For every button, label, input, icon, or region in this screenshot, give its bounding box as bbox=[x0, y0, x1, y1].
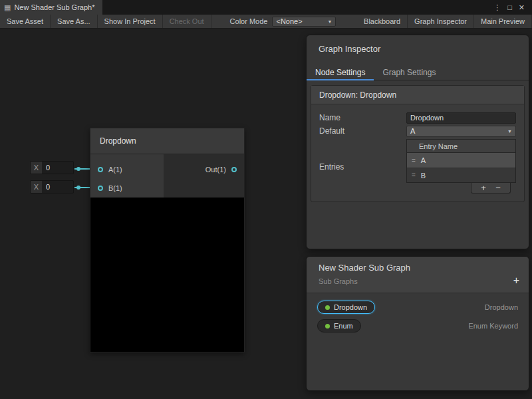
entry-row-a[interactable]: = A bbox=[407, 153, 515, 168]
port-label-out: Out(1) bbox=[205, 166, 226, 174]
remove-entry-button[interactable]: − bbox=[495, 184, 501, 192]
blackboard-toggle-button[interactable]: Blackboard bbox=[357, 15, 408, 28]
add-entry-button[interactable]: + bbox=[481, 184, 486, 192]
blackboard-panel[interactable]: New Shader Sub Graph Sub Graphs + Dropdo… bbox=[306, 256, 529, 391]
default-dropdown[interactable]: A ▼ bbox=[406, 126, 516, 137]
blackboard-body: Dropdown Dropdown Enum Enum Keyword bbox=[307, 293, 529, 344]
name-label: Name bbox=[319, 113, 406, 122]
dropdown-node[interactable]: Dropdown A(1) B(1) Out(1) bbox=[90, 128, 245, 352]
graph-inspector-header: Graph Inspector bbox=[307, 35, 529, 62]
entry-value: A bbox=[421, 156, 426, 164]
graph-canvas[interactable]: X 0 X 0 Dropdown A(1) B(1) Out(1) bbox=[0, 29, 532, 399]
blackboard-item-type: Enum Keyword bbox=[468, 322, 518, 330]
color-mode-value: <None> bbox=[276, 17, 302, 25]
color-mode-group: Color Mode <None> ▼ bbox=[230, 15, 336, 28]
node-preview bbox=[90, 198, 245, 352]
inspector-tabs: Node Settings Graph Settings bbox=[307, 65, 529, 80]
blackboard-item-label: Dropdown bbox=[334, 303, 367, 311]
input-port-b[interactable] bbox=[98, 186, 103, 191]
title-bar: ▦ New Shader Sub Graph* ⋮ □ ✕ bbox=[0, 0, 532, 15]
entries-list-header: Entry Name bbox=[407, 140, 515, 153]
node-title[interactable]: Dropdown bbox=[90, 128, 245, 154]
edge-dot bbox=[76, 167, 80, 171]
default-label: Default bbox=[319, 126, 406, 136]
save-asset-button[interactable]: Save Asset bbox=[0, 15, 51, 28]
edge-dot bbox=[76, 186, 80, 190]
port-value-widget-a[interactable]: X 0 bbox=[30, 161, 74, 174]
tab-title: New Shader Sub Graph* bbox=[14, 3, 94, 11]
node-settings-box: Dropdown: Dropdown Name Dropdown Default… bbox=[311, 85, 525, 202]
keyword-dot-icon bbox=[325, 305, 330, 310]
toolbar-spacer bbox=[336, 15, 357, 28]
port-label-b: B(1) bbox=[108, 184, 122, 192]
name-field-row: Name Dropdown bbox=[319, 111, 516, 124]
drag-handle-icon[interactable]: = bbox=[412, 157, 415, 164]
graph-inspector-panel[interactable]: Graph Inspector Node Settings Graph Sett… bbox=[306, 35, 529, 249]
blackboard-item-label: Enum bbox=[334, 322, 353, 330]
main-preview-toggle-button[interactable]: Main Preview bbox=[474, 15, 532, 28]
entry-row-b[interactable]: = B bbox=[407, 168, 515, 182]
window-controls: ⋮ □ ✕ bbox=[490, 0, 532, 15]
settings-body: Name Dropdown Default A ▼ Entries Entry … bbox=[311, 104, 524, 201]
blackboard-item-dropdown[interactable]: Dropdown bbox=[317, 301, 375, 314]
entries-label: Entries bbox=[319, 162, 406, 172]
axis-label: X bbox=[31, 181, 42, 193]
graph-inspector-toggle-button[interactable]: Graph Inspector bbox=[408, 15, 474, 28]
chevron-down-icon: ▼ bbox=[507, 129, 512, 134]
axis-label: X bbox=[31, 162, 42, 174]
port-row-a: A(1) bbox=[90, 160, 164, 179]
input-port-a[interactable] bbox=[98, 167, 103, 172]
value-field[interactable]: 0 bbox=[42, 162, 73, 174]
tab-node-settings[interactable]: Node Settings bbox=[307, 65, 374, 80]
entries-list: Entry Name = A = B bbox=[406, 139, 516, 195]
default-value: A bbox=[410, 127, 415, 135]
settings-section-title: Dropdown: Dropdown bbox=[311, 86, 524, 104]
entries-list-footer: + − bbox=[406, 183, 516, 195]
toolbar: Save Asset Save As... Show In Project Ch… bbox=[0, 15, 532, 29]
panel-title: Graph Inspector bbox=[319, 44, 380, 54]
output-port[interactable] bbox=[231, 167, 237, 172]
tab-graph-settings[interactable]: Graph Settings bbox=[374, 65, 444, 80]
save-as-button[interactable]: Save As... bbox=[51, 15, 98, 28]
blackboard-item-enum[interactable]: Enum bbox=[317, 319, 361, 332]
port-row-out: Out(1) bbox=[164, 160, 244, 179]
blackboard-subtitle: Sub Graphs bbox=[319, 277, 517, 285]
document-tab[interactable]: ▦ New Shader Sub Graph* bbox=[0, 0, 102, 15]
close-icon[interactable]: ✕ bbox=[515, 3, 528, 12]
color-mode-dropdown[interactable]: <None> ▼ bbox=[272, 17, 336, 27]
color-mode-label: Color Mode bbox=[230, 17, 268, 25]
port-value-widget-b[interactable]: X 0 bbox=[30, 180, 74, 194]
entry-value: B bbox=[421, 172, 426, 180]
blackboard-title[interactable]: New Shader Sub Graph bbox=[319, 263, 517, 273]
menu-icon[interactable]: ⋮ bbox=[490, 3, 504, 12]
node-input-ports: A(1) B(1) bbox=[90, 154, 164, 198]
node-output-ports: Out(1) bbox=[164, 154, 244, 198]
blackboard-header: New Shader Sub Graph Sub Graphs + bbox=[307, 257, 529, 293]
drag-handle-icon[interactable]: = bbox=[412, 172, 415, 179]
value-field[interactable]: 0 bbox=[42, 181, 73, 193]
entries-footer-buttons: + − bbox=[471, 183, 511, 194]
node-body: A(1) B(1) Out(1) bbox=[90, 154, 245, 198]
maximize-icon[interactable]: □ bbox=[504, 3, 515, 11]
chevron-down-icon: ▼ bbox=[328, 19, 332, 24]
blackboard-row-enum: Enum Enum Keyword bbox=[317, 319, 518, 333]
default-field-row: Default A ▼ bbox=[319, 124, 516, 138]
blackboard-item-type: Dropdown bbox=[485, 303, 518, 311]
check-out-button[interactable]: Check Out bbox=[163, 15, 211, 28]
show-in-project-button[interactable]: Show In Project bbox=[98, 15, 163, 28]
name-input[interactable]: Dropdown bbox=[406, 112, 516, 124]
blackboard-row-dropdown: Dropdown Dropdown bbox=[317, 300, 518, 315]
entries-field-row: Entries Entry Name = A = B bbox=[319, 139, 516, 195]
keyword-dot-icon bbox=[325, 324, 330, 329]
port-row-b: B(1) bbox=[90, 179, 164, 198]
shader-graph-icon: ▦ bbox=[4, 3, 11, 12]
entries-list-box: Entry Name = A = B bbox=[406, 139, 516, 183]
add-property-button[interactable]: + bbox=[513, 275, 519, 287]
port-label-a: A(1) bbox=[108, 166, 122, 174]
